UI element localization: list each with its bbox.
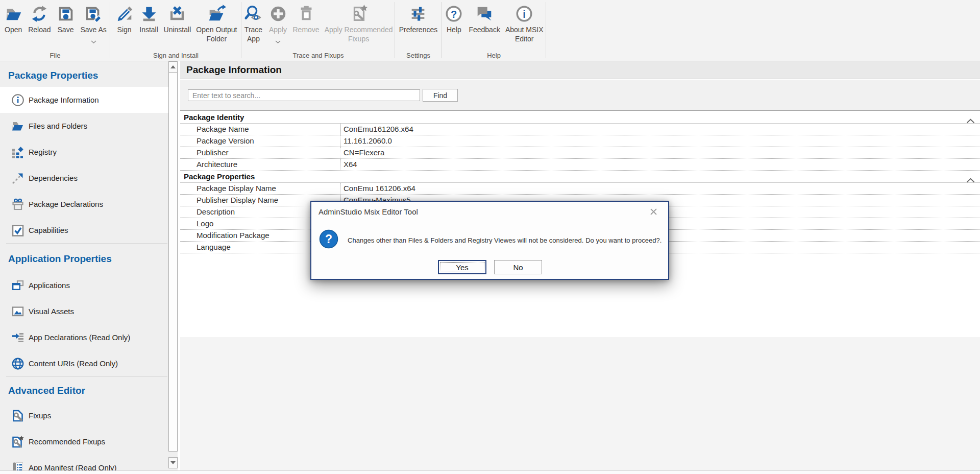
scroll-down-icon [170, 461, 176, 464]
table-row-architecture: ArchitectureX64 [180, 159, 980, 171]
ribbon-button-label: Help [447, 26, 461, 35]
table-group-header-label: Package Identity [184, 113, 244, 122]
save-as-button[interactable]: Save As [78, 4, 109, 39]
scrollbar-down-button[interactable] [168, 457, 178, 468]
ribbon-button-label: Feedback [469, 26, 500, 35]
no-button[interactable]: No [494, 260, 542, 274]
find-button[interactable]: Find [423, 89, 458, 102]
dependencies-icon [11, 172, 24, 185]
ribbon-button-label: Install [139, 26, 158, 35]
save-icon [56, 4, 76, 23]
sidebar-item-files-and-folders[interactable]: Files and Folders [0, 113, 168, 139]
capabilities-icon [11, 224, 24, 237]
fixups-icon [11, 409, 24, 422]
recommended-fixups-icon [11, 435, 24, 448]
sidebar-item-label: Registry [29, 148, 57, 156]
sidebar-item-fixups[interactable]: Fixups [0, 402, 168, 429]
uninstall-icon [167, 4, 187, 23]
row-value[interactable]: X64 [341, 159, 980, 170]
scrollbar-up-button[interactable] [168, 61, 178, 73]
sidebar-item-package-information[interactable]: Package Information [0, 87, 168, 113]
save-button[interactable]: Save [54, 4, 78, 35]
sidebar-item-label: Files and Folders [29, 122, 87, 130]
sidebar-item-app-manifest-read-only[interactable]: App Manifest (Read Only) [0, 455, 168, 471]
confirmation-dialog: AdminStudio Msix Editor Tool ? Changes o… [310, 201, 669, 280]
sidebar-item-applications[interactable]: Applications [0, 272, 168, 298]
search-input[interactable] [188, 89, 420, 101]
row-value[interactable]: ConEmu161206.x64 [341, 124, 980, 135]
apply-recommended-fixups-icon [349, 4, 369, 23]
dropdown-chevron-icon [275, 36, 281, 39]
ribbon-button-row: SignInstallUninstallOpen Output Folder [110, 0, 241, 43]
scroll-up-icon [170, 65, 176, 68]
trace-app-button[interactable]: Trace App [241, 4, 266, 43]
about-msix-editor-button[interactable]: iAbout MSIX Editor [503, 4, 546, 43]
table-row-package-version: Package Version11.161.2060.0 [180, 135, 980, 147]
row-label: Package Display Name [180, 183, 341, 194]
sidebar-item-app-declarations-read-only[interactable]: App Declarations (Read Only) [0, 324, 168, 350]
about-icon: i [514, 4, 534, 23]
row-value[interactable]: CN=Flexera [341, 147, 980, 158]
ribbon-group-label: Trace and Fixups [241, 52, 395, 59]
row-value[interactable]: 11.161.2060.0 [341, 135, 980, 147]
ribbon-button-row: OpenReloadSaveSave As [0, 0, 110, 39]
ribbon-button-label: Save [58, 26, 74, 35]
sidebar-item-visual-assets[interactable]: Visual Assets [0, 298, 168, 324]
remove-icon [297, 4, 316, 23]
sidebar-item-registry[interactable]: Registry [0, 139, 168, 165]
sidebar-item-dependencies[interactable]: Dependencies [0, 165, 168, 191]
sign-button[interactable]: Sign [112, 4, 137, 35]
feedback-button[interactable]: Feedback [466, 4, 502, 35]
close-icon[interactable] [649, 207, 658, 217]
ribbon-button-label: Preferences [399, 26, 437, 35]
sidebar-item-label: App Declarations (Read Only) [29, 333, 130, 342]
sidebar-item-label: Fixups [29, 411, 51, 420]
ribbon-group-settings: PreferencesSettings [395, 0, 442, 61]
help-button[interactable]: ?Help [442, 4, 466, 35]
app-manifest-icon [11, 461, 24, 471]
package-declarations-icon [11, 198, 24, 211]
collapse-chevron-icon[interactable] [966, 115, 975, 120]
table-group-header-package-identity: Package Identity [180, 111, 980, 124]
uninstall-button[interactable]: Uninstall [161, 4, 194, 35]
sidebar-item-content-uris-read-only[interactable]: Content URIs (Read Only) [0, 350, 168, 376]
row-label: Package Version [180, 135, 341, 147]
feedback-icon [475, 4, 494, 23]
app-declarations-icon [11, 331, 24, 344]
page-title: Package Information [180, 61, 980, 79]
registry-icon [11, 146, 24, 159]
sidebar-item-capabilities[interactable]: Capabilities [0, 217, 168, 243]
apply-button[interactable]: Apply [266, 4, 290, 39]
row-value[interactable]: ConEmu 161206.x64 [341, 183, 980, 194]
sidebar-item-label: Applications [29, 281, 70, 290]
dialog-title: AdminStudio Msix Editor Tool [318, 207, 418, 216]
preferences-button[interactable]: Preferences [397, 4, 440, 35]
sidebar-item-label: Dependencies [29, 174, 78, 182]
yes-button[interactable]: Yes [438, 260, 486, 274]
svg-text:?: ? [451, 9, 457, 20]
sidebar-item-recommended-fixups[interactable]: Recommended Fixups [0, 429, 168, 455]
sidebar-scrollbar[interactable] [168, 61, 178, 471]
sidebar-item-label: Package Declarations [29, 200, 103, 208]
table-row-package-display-name: Package Display NameConEmu 161206.x64 [180, 183, 980, 195]
scrollbar-thumb[interactable] [168, 72, 178, 452]
ribbon-group-file: OpenReloadSaveSave AsFile [0, 0, 110, 61]
ribbon-group-sign-and-install: SignInstallUninstallOpen Output FolderSi… [110, 0, 241, 61]
table-group-header-label: Package Properties [184, 172, 255, 181]
install-button[interactable]: Install [137, 4, 161, 35]
svg-text:?: ? [325, 232, 332, 246]
applications-icon [11, 279, 24, 292]
sidebar-item-label: Recommended Fixups [29, 437, 105, 446]
reload-icon [30, 4, 49, 23]
reload-button[interactable]: Reload [26, 4, 53, 35]
collapse-chevron-icon[interactable] [966, 174, 975, 179]
apply-recommended-fixups-button[interactable]: Apply Recommended Fixups [322, 4, 396, 43]
open-output-folder-button[interactable]: Open Output Folder [193, 4, 239, 43]
preferences-icon [408, 4, 428, 23]
remove-button[interactable]: Remove [290, 4, 322, 35]
open-button[interactable]: Open [1, 4, 26, 35]
sidebar-item-package-declarations[interactable]: Package Declarations [0, 191, 168, 217]
sidebar-item-label: Content URIs (Read Only) [29, 359, 118, 368]
open-folder-icon [4, 4, 23, 23]
ribbon-button-row: ?HelpFeedbackiAbout MSIX Editor [442, 0, 546, 43]
